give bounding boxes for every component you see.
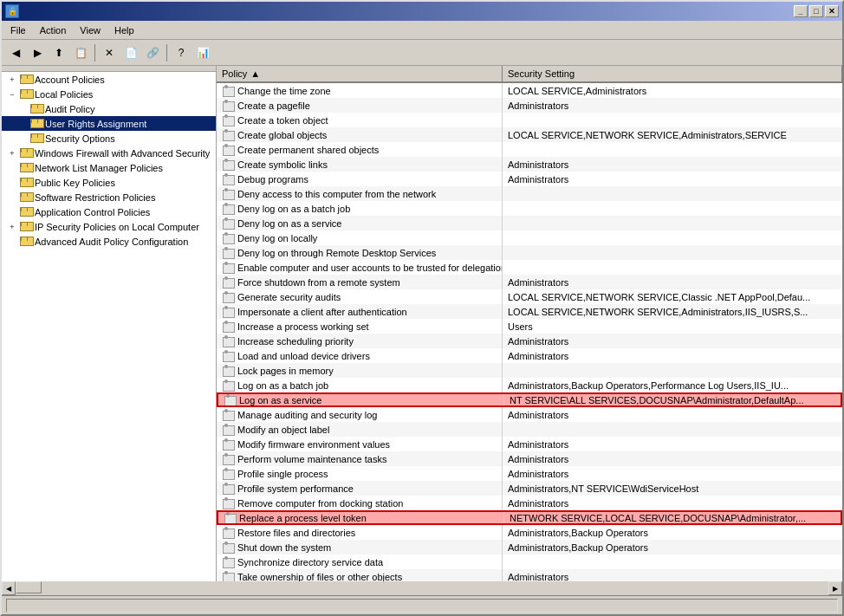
table-row[interactable]: Enable computer and user accounts to be …: [217, 260, 842, 275]
up-button[interactable]: ⬆: [49, 42, 69, 63]
policy-cell: Create permanent shared objects: [217, 142, 503, 157]
table-row[interactable]: Shut down the system Administrators,Back…: [217, 540, 842, 554]
table-row[interactable]: Profile system performance Administrator…: [217, 481, 842, 496]
scroll-right-button[interactable]: ▶: [828, 581, 842, 595]
right-panel: Policy ▲ Security Setting Change the tim…: [217, 66, 842, 581]
back-button[interactable]: ◀: [5, 42, 26, 63]
table-row[interactable]: Create permanent shared objects: [217, 142, 842, 157]
expander-windows-firewall[interactable]: +: [5, 146, 19, 160]
scroll-left-button[interactable]: ◀: [2, 581, 16, 595]
policy-name: Create permanent shared objects: [237, 145, 379, 155]
policy-cell: Impersonate a client after authenticatio…: [217, 304, 503, 319]
policy-name: Deny log on as a batch job: [237, 204, 350, 214]
table-row[interactable]: Generate security audits LOCAL SERVICE,N…: [217, 289, 842, 304]
folder-icon-public-key: [19, 176, 33, 190]
sidebar-item-account-policies[interactable]: + Account Policies: [2, 72, 216, 87]
sidebar-item-audit-policy[interactable]: Audit Policy: [2, 101, 216, 116]
table-row[interactable]: Remove computer from docking station Adm…: [217, 496, 842, 510]
sidebar-item-security-options[interactable]: Security Options: [2, 131, 216, 146]
table-row[interactable]: Take ownership of files or other objects…: [217, 569, 842, 581]
menu-view[interactable]: View: [73, 23, 107, 37]
policy-cell: Create a pagefile: [217, 98, 503, 113]
bottom-scrollbar: ◀ ▶: [2, 581, 842, 595]
export-button[interactable]: 🔗: [142, 42, 163, 63]
sidebar-item-public-key[interactable]: Public Key Policies: [2, 175, 216, 190]
table-row[interactable]: Create a pagefile Administrators: [217, 98, 842, 113]
expander-local-policies[interactable]: −: [5, 87, 19, 101]
column-header-policy[interactable]: Policy ▲: [217, 66, 503, 81]
policy-row-icon: [222, 365, 234, 377]
menu-action[interactable]: Action: [33, 23, 74, 37]
setting-cell: [503, 422, 842, 437]
policy-cell: Increase a process working set: [217, 319, 503, 334]
sidebar-item-application-control[interactable]: Application Control Policies: [2, 204, 216, 219]
table-row[interactable]: Deny log on as a batch job: [217, 201, 842, 216]
table-row[interactable]: Change the time zone LOCAL SERVICE,Admin…: [217, 83, 842, 98]
maximize-button[interactable]: □: [809, 5, 823, 17]
policy-cell: Generate security audits: [217, 289, 503, 304]
table-row[interactable]: Modify an object label: [217, 422, 842, 437]
expander-software-restriction: [5, 190, 19, 204]
expander-account-policies[interactable]: +: [5, 72, 19, 87]
properties-button[interactable]: 📄: [120, 42, 141, 63]
forward-button[interactable]: ▶: [27, 42, 48, 63]
table-row[interactable]: Deny access to this computer from the ne…: [217, 186, 842, 201]
table-row[interactable]: Impersonate a client after authenticatio…: [217, 304, 842, 319]
table-row[interactable]: Restore files and directories Administra…: [217, 525, 842, 540]
table-row[interactable]: Lock pages in memory: [217, 363, 842, 378]
policy-cell: Modify an object label: [217, 422, 503, 437]
table-row[interactable]: Manage auditing and security log Adminis…: [217, 407, 842, 422]
policy-row-icon: [222, 527, 234, 539]
sidebar-item-software-restriction[interactable]: Software Restriction Policies: [2, 190, 216, 204]
view-button[interactable]: 📊: [192, 42, 213, 63]
table-row[interactable]: Deny log on locally: [217, 230, 842, 245]
table-row[interactable]: Load and unload device drivers Administr…: [217, 348, 842, 363]
table-row[interactable]: Create a token object: [217, 113, 842, 127]
sidebar-item-user-rights[interactable]: User Rights Assignment: [2, 116, 216, 131]
scroll-track[interactable]: [16, 581, 828, 595]
expander-ip-security[interactable]: +: [5, 219, 19, 234]
table-row[interactable]: Deny log on through Remote Desktop Servi…: [217, 245, 842, 260]
setting-cell: Administrators: [503, 157, 842, 172]
table-row[interactable]: Create symbolic links Administrators: [217, 157, 842, 172]
table-row[interactable]: Profile single process Administrators: [217, 466, 842, 481]
table-row[interactable]: Synchronize directory service data: [217, 554, 842, 569]
sidebar-item-windows-firewall[interactable]: + Windows Firewall with Advanced Securit…: [2, 146, 216, 160]
list-header: Policy ▲ Security Setting: [217, 66, 842, 83]
table-row[interactable]: Create global objects LOCAL SERVICE,NETW…: [217, 127, 842, 142]
sidebar-item-network-list[interactable]: Network List Manager Policies: [2, 160, 216, 175]
table-row[interactable]: Deny log on as a service: [217, 216, 842, 230]
sidebar-item-local-policies[interactable]: − Local Policies: [2, 87, 216, 101]
setting-cell: Administrators: [503, 437, 842, 451]
close-button[interactable]: ✕: [825, 5, 839, 17]
scroll-thumb[interactable]: [16, 581, 42, 593]
col-setting-label: Security Setting: [508, 68, 575, 79]
folder-icon-user-rights: [29, 117, 43, 131]
table-row[interactable]: Log on as a batch job Administrators,Bac…: [217, 378, 842, 392]
policy-cell: Restore files and directories: [217, 525, 503, 540]
column-header-setting[interactable]: Security Setting: [503, 66, 842, 81]
menu-file[interactable]: File: [3, 23, 33, 37]
table-row[interactable]: Modify firmware environment values Admin…: [217, 437, 842, 451]
expander-application-control: [5, 204, 19, 219]
setting-cell: [503, 260, 842, 275]
table-row[interactable]: Increase a process working set Users: [217, 319, 842, 334]
table-row[interactable]: Force shutdown from a remote system Admi…: [217, 275, 842, 289]
help-button[interactable]: ?: [171, 42, 192, 63]
sidebar-item-ip-security[interactable]: + IP Security Policies on Local Computer: [2, 219, 216, 234]
menu-help[interactable]: Help: [107, 23, 141, 37]
delete-button[interactable]: ✕: [99, 42, 120, 63]
setting-cell: [503, 245, 842, 260]
sidebar-item-advanced-audit[interactable]: Advanced Audit Policy Configuration: [2, 234, 216, 249]
table-row[interactable]: Log on as a service NT SERVICE\ALL SERVI…: [217, 392, 842, 407]
folder-icon-software-restriction: [19, 191, 33, 204]
table-row[interactable]: Replace a process level token NETWORK SE…: [217, 510, 842, 525]
table-row[interactable]: Debug programs Administrators: [217, 172, 842, 186]
policy-row-icon: [222, 85, 234, 97]
table-row[interactable]: Increase scheduling priority Administrat…: [217, 334, 842, 348]
minimize-button[interactable]: _: [794, 5, 808, 17]
security-setting: Administrators,Backup Operators: [508, 528, 648, 538]
policy-name: Increase a process working set: [237, 321, 369, 332]
show-hide-button[interactable]: 📋: [70, 42, 91, 63]
table-row[interactable]: Perform volume maintenance tasks Adminis…: [217, 451, 842, 466]
